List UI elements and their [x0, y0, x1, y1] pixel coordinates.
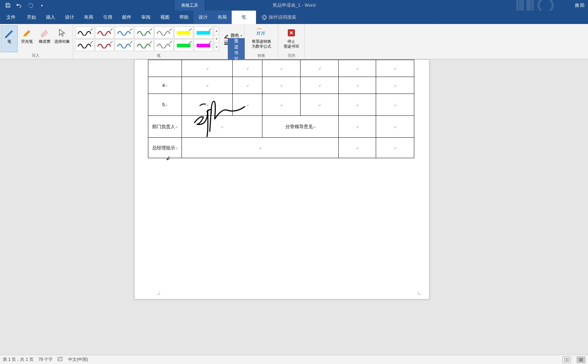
- pen-format-controls: 颜色 ▾ 粗细 ▾: [224, 32, 242, 45]
- tab-references[interactable]: 引用: [98, 11, 117, 24]
- lightbulb-icon: [262, 15, 267, 20]
- pen-preset[interactable]: [75, 39, 94, 51]
- table-row: 总经理批示↲ ↲ ↲ ↲: [148, 138, 414, 158]
- pen-color-label: 颜色: [231, 32, 239, 38]
- stop-inking-label-2: 墨迹书写: [284, 44, 299, 48]
- pen-preset[interactable]: [154, 39, 173, 51]
- table-row: 4↲ ↲↲↲↲↲↲: [148, 77, 414, 94]
- document-page[interactable]: ↲↲↲↲↲↲ 4↲ ↲↲↲↲↲↲ 5↲ ↲↲↲↲↲↲ 部门负责人↲ ↲ 分管领导…: [134, 59, 429, 299]
- svg-rect-8: [197, 31, 210, 35]
- select-objects-button[interactable]: 选择对象: [54, 25, 71, 52]
- tab-help[interactable]: 帮助: [174, 11, 194, 24]
- pen-color-button[interactable]: 颜色 ▾: [224, 32, 242, 38]
- page-margin-marker: [155, 290, 162, 297]
- pen-preset[interactable]: [75, 26, 94, 38]
- svg-rect-5: [23, 36, 26, 37]
- pen-preset[interactable]: [154, 26, 173, 38]
- pen-tool-button[interactable]: 笔: [1, 25, 18, 52]
- tab-mailings[interactable]: 邮件: [117, 11, 136, 24]
- row-number: 5: [162, 102, 165, 107]
- tab-file[interactable]: 文件: [0, 11, 22, 24]
- tab-pen[interactable]: 笔: [232, 11, 256, 24]
- ribbon-group-close-label: 关闭: [280, 52, 302, 58]
- pen-thickness-icon: [224, 40, 229, 45]
- application-table[interactable]: ↲↲↲↲↲↲ 4↲ ↲↲↲↲↲↲ 5↲ ↲↲↲↲↲↲ 部门负责人↲ ↲ 分管领导…: [148, 60, 414, 158]
- ribbon-group-pens-label: 笔: [75, 52, 242, 58]
- pen-preset[interactable]: [135, 39, 154, 51]
- highlighter-tool-button[interactable]: 荧光笔: [18, 25, 35, 52]
- ribbon-group-close: 停止 墨迹书写 关闭: [278, 24, 305, 59]
- word-count-status[interactable]: 78 个字: [38, 357, 53, 363]
- highlighter-preset[interactable]: [194, 39, 213, 51]
- ribbon-group-pens: ▴ ▾ ▾ 颜色 ▾ 粗细 ▾ 笔: [73, 24, 245, 59]
- eraser-tool-button[interactable]: 橡皮擦: [36, 25, 53, 52]
- stop-inking-label-1: 停止: [287, 39, 295, 43]
- tell-me-search[interactable]: 操作说明搜索: [256, 11, 296, 24]
- tab-layout[interactable]: 布局: [79, 11, 98, 24]
- document-scroll-area[interactable]: ↲↲↲↲↲↲ 4↲ ↲↲↲↲↲↲ 5↲ ↲↲↲↲↲↲ 部门负责人↲ ↲ 分管领导…: [0, 59, 588, 355]
- print-layout-view-button[interactable]: [577, 357, 585, 363]
- save-button[interactable]: [3, 1, 13, 10]
- table-row: ↲↲↲↲↲↲: [148, 60, 414, 77]
- svg-rect-10: [224, 38, 228, 38]
- dropdown-icon: ▾: [240, 41, 242, 44]
- tell-me-label: 操作说明搜索: [269, 14, 296, 20]
- svg-text:π: π: [261, 30, 265, 36]
- svg-rect-2: [523, 0, 528, 11]
- pen-preset[interactable]: [115, 26, 134, 38]
- pen-thickness-button[interactable]: 粗细 ▾: [224, 39, 242, 45]
- ink-to-math-label-1: 将墨迹转换: [252, 39, 271, 43]
- gm-approve-label: 总经理批示: [152, 145, 175, 150]
- user-name[interactable]: 颜 阳: [575, 2, 584, 8]
- proofing-icon[interactable]: [58, 357, 63, 363]
- context-tab-table-tools: 表格工具: [175, 0, 204, 11]
- tab-view[interactable]: 视图: [155, 11, 174, 24]
- language-status[interactable]: 中文(中国): [68, 357, 88, 363]
- page-number-status[interactable]: 第 1 页，共 1 页: [3, 357, 34, 363]
- stop-inking-button[interactable]: 停止 墨迹书写: [280, 25, 302, 52]
- dept-head-label: 部门负责人: [152, 124, 175, 129]
- redo-button[interactable]: [25, 1, 35, 10]
- quick-access-toolbar: ▾: [0, 1, 47, 10]
- undo-button[interactable]: [14, 1, 24, 10]
- svg-rect-7: [177, 44, 190, 47]
- gallery-down-icon[interactable]: ▾: [214, 35, 219, 43]
- tab-context-layout[interactable]: 布局: [213, 11, 232, 24]
- tab-context-design[interactable]: 设计: [194, 11, 213, 24]
- highlighter-preset[interactable]: [174, 39, 193, 51]
- highlighter-preset[interactable]: [194, 26, 213, 38]
- page-margin-marker: [415, 290, 422, 297]
- ink-to-math-label-2: 为数学公式: [252, 44, 271, 48]
- pen-preset[interactable]: [95, 39, 114, 51]
- tab-review[interactable]: 审阅: [136, 11, 155, 24]
- tab-insert[interactable]: 插入: [41, 11, 60, 24]
- highlighter-tool-label: 荧光笔: [21, 39, 33, 43]
- ribbon: 笔 荧光笔 橡皮擦 选择对象 写入 ▴ ▾ ▾: [0, 24, 588, 59]
- pen-preset[interactable]: [95, 26, 114, 38]
- pen-preset[interactable]: [115, 39, 134, 51]
- ink-to-math-button[interactable]: ππ 将墨迹转换 为数学公式: [247, 25, 276, 52]
- pen-color-icon: [224, 33, 229, 38]
- read-mode-view-button[interactable]: [563, 357, 571, 363]
- svg-rect-1: [517, 0, 520, 11]
- gallery-more-icon[interactable]: ▾: [214, 43, 219, 51]
- svg-rect-6: [177, 31, 190, 35]
- title-bar: ▾ 表格工具 墨迹书写工具 奖品申请表_1 - Word 颜 阳: [0, 0, 588, 11]
- leader-opinion-label: 分管领导意见: [285, 124, 313, 129]
- ribbon-group-convert: ππ 将墨迹转换 为数学公式 转换: [245, 24, 278, 59]
- ribbon-tabs: 文件 开始 插入 设计 布局 引用 邮件 审阅 视图 帮助 设计 布局 笔 操作…: [0, 11, 588, 24]
- contextual-tab-labels: 表格工具 墨迹书写工具: [175, 0, 204, 11]
- highlighter-preset[interactable]: [174, 26, 193, 38]
- row-number: 4: [162, 83, 165, 88]
- gallery-up-icon[interactable]: ▴: [214, 27, 219, 35]
- svg-rect-9: [197, 44, 210, 47]
- pens-gallery-scroll[interactable]: ▴ ▾ ▾: [214, 26, 219, 51]
- tab-design[interactable]: 设计: [60, 11, 79, 24]
- qat-customize-button[interactable]: ▾: [37, 1, 47, 10]
- svg-point-4: [263, 16, 266, 19]
- tab-home[interactable]: 开始: [22, 11, 41, 24]
- ribbon-group-convert-label: 转换: [247, 52, 276, 58]
- pen-preset[interactable]: [135, 26, 154, 38]
- eraser-tool-label: 橡皮擦: [39, 39, 51, 43]
- table-row: 5↲ ↲↲↲↲↲↲: [148, 94, 414, 116]
